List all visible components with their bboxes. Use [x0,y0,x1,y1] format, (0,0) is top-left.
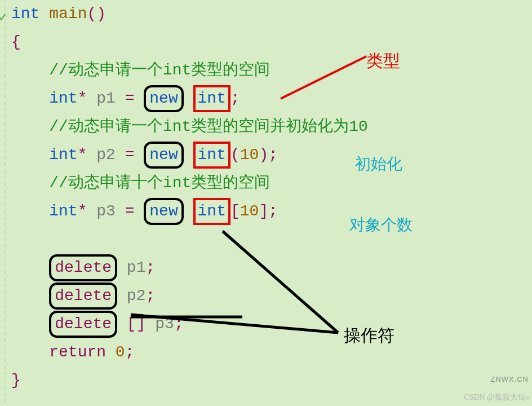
semicolon: ; [268,146,278,164]
brackets: [] [127,315,146,333]
code-line: return 0; [11,338,368,367]
new-box: new [144,198,183,225]
star: * [78,90,87,107]
code-line: delete [] p3; [11,310,368,338]
semicolon: ; [145,259,155,276]
paren-close: ) [259,146,268,164]
bracket-close: ] [259,202,268,220]
comment: //动态申请十个int类型的空间 [49,174,270,192]
identifier: p3 [96,202,116,220]
number: 10 [240,146,259,164]
code-line: int* p1 = new int; [11,85,368,113]
keyword-new: new [149,146,178,164]
keyword-int: int [11,5,39,23]
semicolon: ; [145,287,155,304]
parens: () [87,5,106,23]
semicolon: ; [174,315,184,333]
annotation-count: 对象个数 [349,214,413,236]
blank-line [11,226,368,254]
code-line: //动态申请十个int类型的空间 [11,169,368,197]
keyword-delete: delete [55,315,112,333]
delete-box: delete [49,254,117,281]
identifier: p2 [127,287,146,304]
type-box: int [193,85,230,112]
keyword-int: int [49,90,77,107]
keyword-new: new [149,90,178,107]
code-block: int main() { //动态申请一个int类型的空间 int* p1 = … [11,0,368,395]
semicolon: ; [268,202,278,220]
code-line: { [11,28,368,56]
star: * [78,146,87,164]
semicolon: ; [230,90,240,107]
keyword-delete: delete [55,259,112,276]
annotation-operator: 操作符 [344,324,394,347]
code-line: int* p2 = new int(10); [11,141,368,169]
keyword-int: int [49,202,77,220]
code-line: int* p3 = new int[10]; [11,197,368,226]
code-line: //动态申请一个int类型的空间 [11,56,368,85]
new-box: new [144,142,183,169]
semicolon: ; [125,343,135,361]
new-box: new [144,85,183,112]
keyword-int: int [49,146,77,164]
star: * [78,202,87,220]
equals: = [125,90,135,107]
identifier: p1 [96,90,116,107]
annotation-init: 初始化 [355,153,402,175]
type-box: int [193,142,230,169]
identifier: p1 [127,259,146,276]
identifier: p3 [155,315,174,333]
keyword-new: new [149,202,178,220]
code-line: } [11,367,368,395]
code-line: delete p1; [11,254,368,282]
equals: = [125,146,135,164]
checkmark: ✓ [0,9,7,25]
delete-box: delete [49,283,117,310]
paren-open: ( [230,146,240,164]
keyword-int: int [198,202,226,220]
code-line: delete p2; [11,282,368,310]
brace-close: } [11,372,21,389]
number: 10 [240,202,259,220]
equals: = [125,202,135,220]
code-line: //动态申请一个int类型的空间并初始化为10 [11,113,368,141]
keyword-return: return [49,343,106,361]
identifier-main: main [49,5,87,23]
comment: //动态申请一个int类型的空间并初始化为10 [49,118,368,135]
keyword-int: int [198,146,226,164]
code-line: int main() [11,0,368,28]
number: 0 [116,343,125,361]
bracket-open: [ [230,202,240,220]
keyword-delete: delete [55,287,112,304]
type-box: int [193,198,230,225]
delete-box: delete [49,311,117,338]
comment: //动态申请一个int类型的空间 [49,61,270,79]
watermark-csdn: CSDN @孤寂大仙v [464,392,530,403]
keyword-int: int [198,90,226,107]
gutter [5,0,6,406]
watermark: ZNWX.CN [490,375,529,383]
brace-open: { [11,33,21,51]
identifier: p2 [96,146,116,164]
annotation-type: 类型 [366,50,400,73]
